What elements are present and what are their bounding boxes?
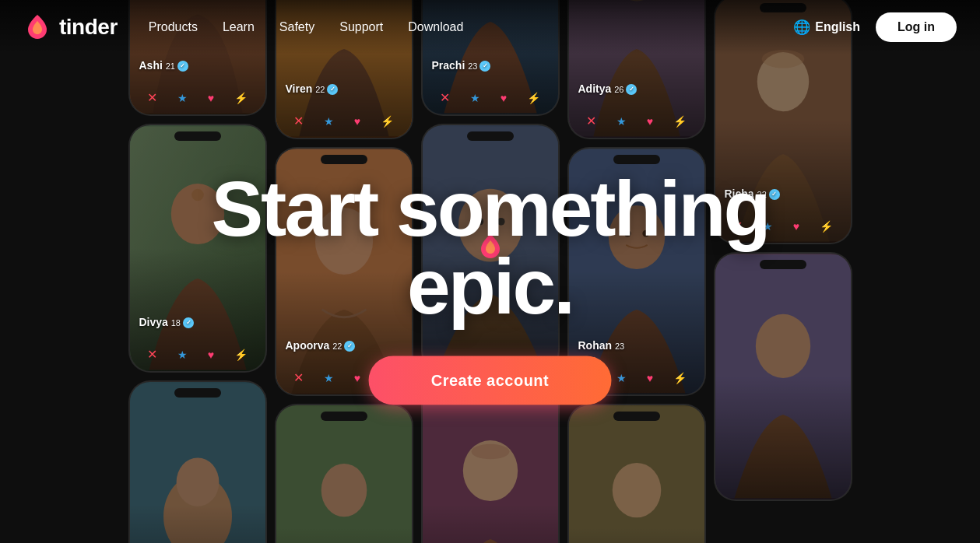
phone-card-bottom4 <box>567 404 706 543</box>
nav-right: 🌐 English Log in <box>793 12 957 42</box>
svg-point-20 <box>321 464 367 517</box>
nav-products[interactable]: Products <box>149 20 198 34</box>
logo-text: tinder <box>59 15 118 40</box>
language-selector[interactable]: 🌐 English <box>793 19 860 36</box>
phone-card-bottom2 <box>275 404 413 543</box>
nav-download[interactable]: Download <box>408 20 463 34</box>
navbar: tinder Products Learn Safety Support Dow… <box>0 0 980 54</box>
hero-content: Start something epic. Create account <box>0 170 980 405</box>
svg-point-9 <box>176 457 219 506</box>
language-label: English <box>815 20 860 34</box>
hero-line2: epic. <box>407 243 573 330</box>
nav-learn[interactable]: Learn <box>223 20 255 34</box>
globe-icon: 🌐 <box>793 19 810 36</box>
logo-area: tinder <box>23 13 118 41</box>
hero-line1: Start something <box>211 165 768 252</box>
nav-safety[interactable]: Safety <box>279 20 314 34</box>
nav-links: Products Learn Safety Support Download <box>149 20 793 34</box>
login-button[interactable]: Log in <box>876 12 957 42</box>
svg-point-29 <box>471 444 509 460</box>
create-account-button[interactable]: Create account <box>369 356 612 405</box>
nav-support[interactable]: Support <box>339 20 383 34</box>
hero-title: Start something epic. <box>0 170 980 325</box>
tinder-flame-logo <box>23 13 51 41</box>
svg-point-40 <box>612 463 661 517</box>
